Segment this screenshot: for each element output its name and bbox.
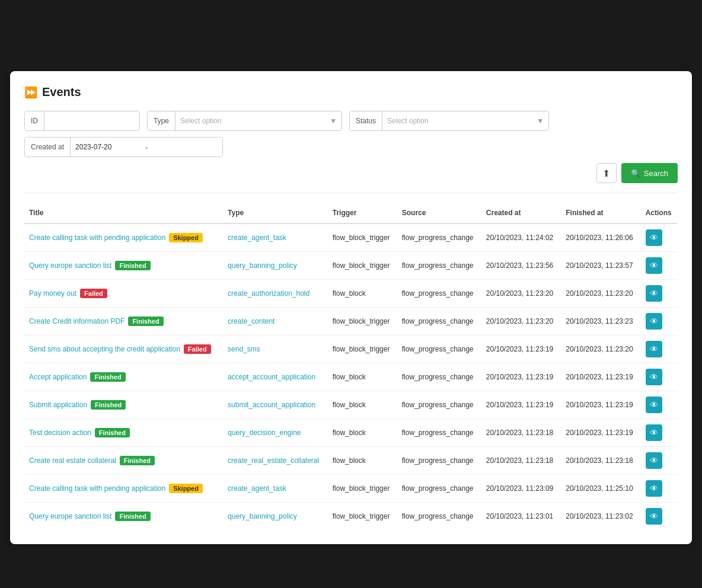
cell-actions-4: 👁 bbox=[641, 335, 678, 363]
cell-created-at-4: 20/10/2023, 11:23:19 bbox=[481, 335, 561, 363]
page-wrapper: ⏩ Events ID Type Select option ▼ Status bbox=[0, 0, 702, 588]
fast-forward-icon: ⏩ bbox=[24, 86, 37, 99]
view-button-8[interactable]: 👁 bbox=[646, 452, 662, 469]
type-link-2[interactable]: create_authorization_hold bbox=[228, 289, 309, 298]
type-select-placeholder: Select option bbox=[180, 117, 221, 125]
cell-source-9: flow_progress_change bbox=[397, 475, 481, 503]
type-link-8[interactable]: create_real_estate_collateral bbox=[228, 456, 319, 465]
type-link-7[interactable]: query_decision_engine bbox=[228, 429, 301, 437]
title-link-5[interactable]: Accept application bbox=[29, 373, 87, 381]
eye-icon-9: 👁 bbox=[650, 484, 658, 493]
type-link-5[interactable]: accept_account_application bbox=[228, 373, 315, 381]
cell-trigger-7: flow_block bbox=[328, 419, 397, 447]
search-button-label: Search bbox=[644, 169, 668, 178]
cell-finished-at-3: 20/10/2023, 11:23:23 bbox=[561, 308, 640, 335]
status-filter-group[interactable]: Status Select option ▼ bbox=[349, 111, 549, 131]
view-button-4[interactable]: 👁 bbox=[646, 341, 662, 357]
cell-type-2: create_authorization_hold bbox=[223, 280, 328, 308]
status-badge-5: Finished bbox=[90, 372, 125, 382]
search-button[interactable]: 🔍 Search bbox=[621, 163, 678, 183]
cell-trigger-1: flow_block_trigger bbox=[328, 252, 397, 280]
title-link-4[interactable]: Send sms about accepting the credit appl… bbox=[29, 345, 180, 353]
status-badge-3: Finished bbox=[128, 317, 163, 326]
eye-icon-4: 👁 bbox=[650, 344, 658, 354]
cell-title-7: Test decision action Finished bbox=[24, 419, 223, 447]
cell-type-1: query_banning_policy bbox=[223, 252, 328, 280]
table-row: Submit application Finished submit_accou… bbox=[24, 391, 678, 419]
status-badge-7: Finished bbox=[95, 428, 130, 437]
title-link-8[interactable]: Create real estate collateral bbox=[29, 456, 116, 465]
view-button-10[interactable]: 👁 bbox=[646, 508, 662, 525]
cell-actions-1: 👁 bbox=[641, 252, 678, 280]
cell-finished-at-5: 20/10/2023, 11:23:19 bbox=[561, 363, 640, 391]
title-link-6[interactable]: Submit application bbox=[29, 401, 87, 409]
cell-title-2: Pay money out Failed bbox=[24, 280, 223, 308]
page-header: ⏩ Events bbox=[24, 85, 678, 99]
table-row: Query europe sanction list Finished quer… bbox=[24, 503, 678, 531]
main-card: ⏩ Events ID Type Select option ▼ Status bbox=[10, 71, 692, 544]
eye-icon-6: 👁 bbox=[650, 400, 658, 410]
cell-finished-at-7: 20/10/2023, 11:23:19 bbox=[561, 419, 640, 447]
table-row: Accept application Finished accept_accou… bbox=[24, 363, 678, 391]
cell-created-at-5: 20/10/2023, 11:23:19 bbox=[481, 363, 561, 391]
col-trigger: Trigger bbox=[328, 203, 397, 223]
type-link-6[interactable]: submit_account_application bbox=[228, 401, 315, 409]
cell-actions-9: 👁 bbox=[641, 475, 678, 503]
id-input[interactable] bbox=[44, 111, 139, 130]
view-button-9[interactable]: 👁 bbox=[646, 480, 662, 497]
type-link-0[interactable]: create_agent_task bbox=[228, 234, 286, 242]
type-filter-group[interactable]: Type Select option ▼ bbox=[147, 111, 342, 131]
cell-title-9: Create calling task with pending applica… bbox=[24, 475, 223, 503]
cell-type-0: create_agent_task bbox=[223, 223, 328, 252]
cell-created-at-7: 20/10/2023, 11:23:18 bbox=[481, 419, 561, 447]
type-select[interactable]: Select option ▼ bbox=[176, 111, 342, 130]
table-header-row: Title Type Trigger Source Created at Fin… bbox=[24, 203, 678, 223]
cell-finished-at-10: 20/10/2023, 11:23:02 bbox=[561, 503, 640, 531]
eye-icon-5: 👁 bbox=[650, 372, 658, 382]
table-row: Send sms about accepting the credit appl… bbox=[24, 335, 678, 363]
table-row: Create calling task with pending applica… bbox=[24, 223, 678, 252]
cell-title-6: Submit application Finished bbox=[24, 391, 223, 419]
view-button-5[interactable]: 👁 bbox=[646, 369, 662, 385]
title-link-0[interactable]: Create calling task with pending applica… bbox=[29, 234, 165, 242]
view-button-6[interactable]: 👁 bbox=[646, 397, 662, 413]
title-link-9[interactable]: Create calling task with pending applica… bbox=[29, 484, 165, 493]
table-row: Create real estate collateral Finished c… bbox=[24, 447, 678, 475]
date-from-input[interactable] bbox=[71, 138, 142, 156]
cell-source-8: flow_progress_change bbox=[397, 447, 481, 475]
view-button-1[interactable]: 👁 bbox=[646, 257, 662, 274]
type-link-9[interactable]: create_agent_task bbox=[228, 484, 286, 493]
view-button-7[interactable]: 👁 bbox=[646, 424, 662, 441]
date-to-input[interactable] bbox=[151, 138, 222, 156]
eye-icon-3: 👁 bbox=[650, 317, 658, 326]
title-link-7[interactable]: Test decision action bbox=[29, 429, 91, 437]
view-button-0[interactable]: 👁 bbox=[646, 229, 662, 246]
cell-created-at-3: 20/10/2023, 11:23:20 bbox=[481, 308, 561, 335]
type-link-4[interactable]: send_sms bbox=[228, 345, 260, 353]
type-link-3[interactable]: create_content bbox=[228, 317, 275, 325]
upload-button[interactable]: ⬆ bbox=[596, 163, 617, 183]
title-link-10[interactable]: Query europe sanction list bbox=[29, 512, 111, 520]
view-button-3[interactable]: 👁 bbox=[646, 313, 662, 330]
cell-type-9: create_agent_task bbox=[223, 475, 328, 503]
cell-source-0: flow_progress_change bbox=[397, 223, 481, 252]
table-divider bbox=[24, 193, 678, 193]
cell-trigger-3: flow_block_trigger bbox=[328, 308, 397, 335]
status-select[interactable]: Select option ▼ bbox=[382, 111, 548, 130]
cell-title-1: Query europe sanction list Finished bbox=[24, 252, 223, 280]
cell-trigger-9: flow_block_trigger bbox=[328, 475, 397, 503]
type-link-10[interactable]: query_banning_policy bbox=[228, 512, 297, 520]
search-icon: 🔍 bbox=[631, 169, 640, 178]
status-badge-2: Failed bbox=[80, 289, 107, 298]
cell-title-0: Create calling task with pending applica… bbox=[24, 223, 223, 252]
type-link-1[interactable]: query_banning_policy bbox=[228, 261, 297, 270]
cell-source-2: flow_progress_change bbox=[397, 280, 481, 308]
cell-type-8: create_real_estate_collateral bbox=[223, 447, 328, 475]
title-link-3[interactable]: Create Credit information PDF bbox=[29, 317, 125, 325]
cell-actions-10: 👁 bbox=[641, 503, 678, 531]
col-actions: Actions bbox=[641, 203, 678, 223]
title-link-1[interactable]: Query europe sanction list bbox=[29, 261, 111, 270]
title-link-2[interactable]: Pay money out bbox=[29, 289, 76, 298]
view-button-2[interactable]: 👁 bbox=[646, 285, 662, 302]
eye-icon-10: 👁 bbox=[650, 512, 658, 521]
